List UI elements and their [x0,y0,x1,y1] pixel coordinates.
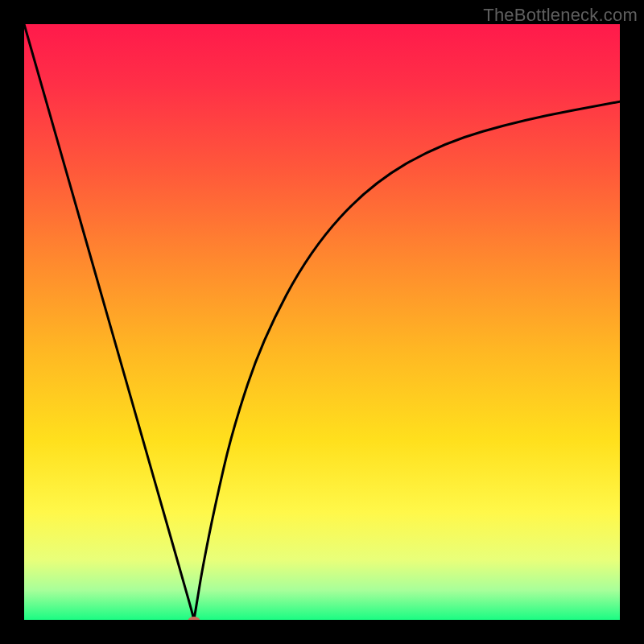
watermark-text: TheBottleneck.com [483,5,638,26]
chart-frame: TheBottleneck.com [0,0,644,644]
plot-area [24,24,620,620]
bottleneck-curve [24,24,620,620]
bottleneck-marker [188,617,200,620]
